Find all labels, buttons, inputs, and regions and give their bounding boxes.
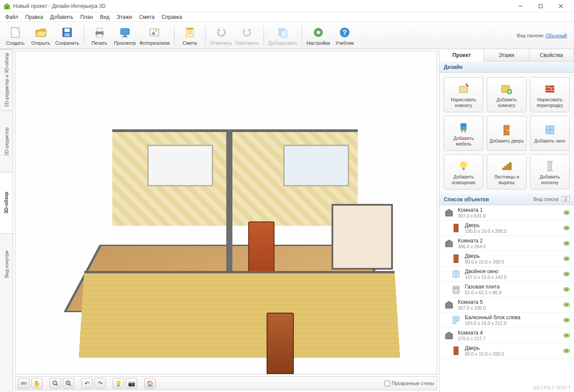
svg-rect-81 [453, 286, 459, 293]
menu-edit[interactable]: Правка [22, 13, 47, 21]
viewport-3d[interactable] [15, 51, 437, 374]
tab-2d-editor[interactable]: 2D-редактор [0, 110, 13, 172]
list-item[interactable]: Газовая плита51.0 x 62.1 x 86.9 [439, 282, 574, 297]
svg-marker-25 [217, 29, 220, 32]
tab-project[interactable]: Проект [439, 50, 484, 61]
estimate-button[interactable]: Смета [177, 23, 203, 48]
list-item[interactable]: Комната 1307.0 x 531.0 [439, 205, 574, 221]
visibility-toggle-icon[interactable] [563, 348, 570, 353]
window-title: Новый проект - Дизайн Интерьера 3D [13, 3, 511, 9]
camera-button[interactable]: 📷 [126, 378, 137, 388]
help-icon: ? [338, 25, 352, 39]
add-window-button[interactable]: Добавить окно [530, 116, 570, 151]
visibility-toggle-icon[interactable] [563, 225, 570, 231]
list-item[interactable]: Двойное окно147.0 x 15.0 x 142.0 [439, 267, 574, 282]
toolbar-separator [205, 26, 206, 45]
rotate-right-button[interactable]: ↷ [94, 378, 106, 388]
svg-rect-96 [454, 347, 458, 355]
brick-wall-icon [543, 82, 557, 96]
draw-room-button[interactable]: Нарисовать комнату [444, 77, 483, 112]
list-item[interactable]: Дверь80.0 x 15.0 x 200.0 [439, 343, 574, 359]
tab-inside-view[interactable]: Вид изнутри [0, 233, 13, 295]
list-item[interactable]: Дверь80.0 x 15.0 x 200.0 [439, 251, 574, 267]
stairs-button[interactable]: Лестницы и вырезы [487, 154, 526, 189]
svg-rect-54 [464, 130, 466, 132]
light-button[interactable]: 💡 [113, 378, 124, 388]
list-item[interactable]: Балконный блок слева183.0 x 15.0 x 212.0 [439, 313, 574, 328]
svg-rect-74 [454, 255, 458, 263]
print-button[interactable]: Печать [87, 23, 112, 48]
menu-estimate[interactable]: Смета [135, 13, 158, 21]
rotate-360-button[interactable]: 360 [18, 378, 29, 388]
svg-point-70 [566, 227, 567, 229]
visibility-toggle-icon[interactable] [563, 241, 570, 246]
add-light-button[interactable]: Добавить освещение [444, 154, 483, 189]
panel-view-link[interactable]: Обычный [545, 33, 567, 38]
list-item[interactable]: Комната 5307.0 x 100.0 [439, 297, 574, 313]
transparent-walls-checkbox[interactable]: Прозрачные стены [385, 381, 434, 386]
svg-rect-46 [545, 86, 554, 93]
svg-rect-40 [460, 86, 467, 93]
preview-button[interactable]: Просмотр [112, 23, 138, 48]
object-name: Комната 2 [458, 238, 563, 244]
tab-floors[interactable]: Этажи [484, 49, 529, 61]
zoom-out-button[interactable] [50, 378, 61, 388]
add-room-button[interactable]: Добавить комнату [487, 77, 526, 112]
rotate-left-button[interactable]: ↶ [81, 378, 93, 388]
pan-button[interactable]: ✋ [31, 378, 43, 388]
close-button[interactable] [551, 0, 570, 12]
undo-icon [214, 25, 228, 39]
list-item[interactable]: Комната 2306.0 x 264.0 [439, 236, 574, 251]
undo-button[interactable]: Отменить [208, 23, 234, 48]
svg-point-85 [566, 289, 567, 290]
svg-rect-90 [456, 317, 459, 321]
folder-open-icon [34, 25, 48, 39]
maximize-button[interactable] [531, 0, 550, 12]
redo-button[interactable]: Повторить [234, 23, 261, 48]
settings-button[interactable]: Настройки [305, 23, 332, 48]
menu-view[interactable]: Вид [96, 13, 113, 21]
photorealism-button[interactable]: Фотореализм [138, 23, 171, 48]
list-item[interactable]: Комната 4170.0 x 217.7 [439, 328, 574, 343]
visibility-toggle-icon[interactable] [563, 287, 570, 292]
menu-plan[interactable]: План [77, 13, 96, 21]
svg-rect-3 [539, 4, 542, 8]
visibility-toggle-icon[interactable] [563, 210, 570, 215]
list-item[interactable]: Дверь100.0 x 15.0 x 200.0 [439, 221, 574, 236]
create-button[interactable]: Создать [3, 23, 28, 48]
window-icon [543, 123, 557, 137]
home-button[interactable]: 🏠 [144, 378, 156, 388]
add-door-button[interactable]: Добавить дверь [487, 116, 526, 151]
open-button[interactable]: Открыть [28, 23, 53, 48]
titlebar: Новый проект - Дизайн Интерьера 3D [0, 0, 574, 12]
menu-floors[interactable]: Этажи [113, 13, 135, 21]
menu-file[interactable]: Файл [2, 13, 22, 21]
tab-2d-3d-editor[interactable]: 2D-редактор и 3D-обзор [0, 49, 13, 110]
door-icon [451, 346, 461, 356]
toolbar-separator [174, 26, 175, 45]
visibility-toggle-icon[interactable] [563, 256, 570, 261]
visibility-toggle-icon[interactable] [563, 302, 570, 307]
draw-partition-button[interactable]: Нарисовать перегородку [530, 77, 570, 112]
minimize-button[interactable] [511, 0, 530, 12]
add-column-button[interactable]: Добавить колонну [530, 154, 570, 189]
chair-icon [456, 120, 471, 134]
list-view-toggle-icon[interactable]: ☰ [562, 196, 570, 202]
tab-properties[interactable]: Свойства [529, 49, 574, 61]
tab-3d-review[interactable]: 3D-обзор [0, 172, 13, 233]
add-furniture-button[interactable]: Добавить мебель [444, 116, 483, 151]
visibility-toggle-icon[interactable] [563, 271, 570, 277]
save-button[interactable]: Сохранить [53, 23, 81, 48]
menu-help[interactable]: Справка [158, 13, 185, 21]
duplicate-button[interactable]: Дублировать [267, 23, 299, 48]
object-name: Комната 5 [458, 299, 563, 305]
stairs-icon [499, 159, 513, 173]
object-name: Газовая плита [465, 284, 563, 290]
zoom-in-button[interactable] [63, 378, 74, 388]
object-dimensions: 51.0 x 62.1 x 86.9 [465, 290, 563, 295]
help-button[interactable]: ? Учебник [332, 23, 357, 48]
visibility-toggle-icon[interactable] [563, 333, 570, 338]
menu-add[interactable]: Добавить [46, 13, 77, 21]
visibility-toggle-icon[interactable] [563, 317, 570, 323]
toolbar-separator [264, 26, 264, 45]
